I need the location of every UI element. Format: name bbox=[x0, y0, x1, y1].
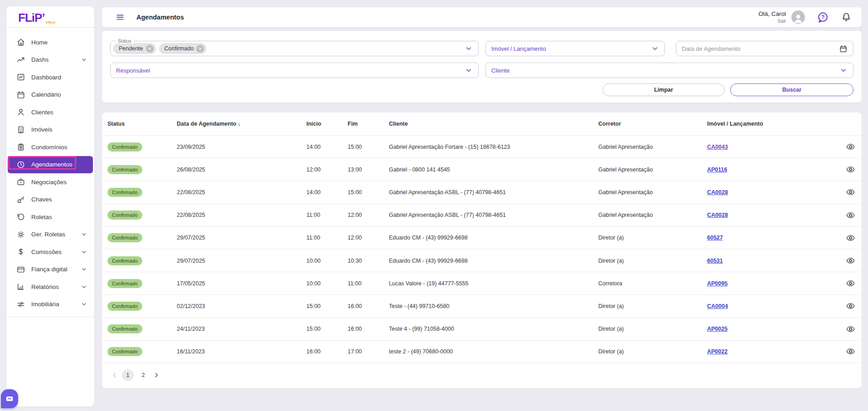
column-header-date[interactable]: Data de Agendamento↓ bbox=[171, 121, 301, 127]
eye-icon[interactable] bbox=[846, 256, 855, 265]
cell-client: Eduardo CM - (43) 99929-6698 bbox=[383, 258, 593, 264]
cliente-filter-select[interactable]: Cliente bbox=[485, 63, 853, 78]
remove-chip-icon[interactable]: ✕ bbox=[196, 45, 204, 53]
cell-start-time: 10:00 bbox=[301, 280, 342, 287]
logo-suffix: effect bbox=[46, 20, 55, 24]
property-link[interactable]: 60531 bbox=[707, 258, 723, 264]
status-chip-pendente[interactable]: Pendente ✕ bbox=[113, 43, 156, 54]
cell-start-time: 15:00 bbox=[301, 303, 342, 309]
sidebar-item-chaves[interactable]: Chaves bbox=[8, 191, 93, 209]
status-filter-select[interactable]: Status Pendente ✕ Confirmado ✕ bbox=[110, 41, 479, 56]
user-avatar[interactable] bbox=[791, 10, 805, 24]
property-link[interactable]: CA0028 bbox=[707, 189, 728, 196]
sidebar-item-agendamentos[interactable]: Agendamentos bbox=[8, 156, 93, 174]
property-link[interactable]: AP0022 bbox=[707, 348, 727, 355]
sidebar-item-dashboard[interactable]: Dashboard bbox=[8, 68, 93, 86]
sidebar-item-dashs[interactable]: Dashs bbox=[8, 51, 93, 69]
sidebar-item-condominios[interactable]: Condomínios bbox=[8, 138, 93, 156]
table-header-row: Status Data de Agendamento↓ Início Fim C… bbox=[102, 113, 862, 135]
eye-icon[interactable] bbox=[846, 142, 855, 152]
table-row: Confirmado 17/05/2025 10:00 11:00 Lucas … bbox=[102, 272, 862, 294]
property-link[interactable]: 60527 bbox=[707, 235, 723, 241]
cell-date: 24/11/2023 bbox=[171, 326, 301, 332]
page-button-2[interactable]: 2 bbox=[137, 369, 149, 381]
status-badge: Confirmado bbox=[107, 210, 142, 220]
imovel-filter-select[interactable]: Imóvel / Lançamento bbox=[485, 41, 665, 56]
eye-icon[interactable] bbox=[846, 187, 855, 197]
sidebar-item-imoveis[interactable]: Imóveis bbox=[8, 121, 93, 139]
remove-chip-icon[interactable]: ✕ bbox=[146, 45, 154, 53]
next-page-icon[interactable] bbox=[151, 370, 162, 381]
help-icon[interactable]: ? bbox=[817, 11, 829, 24]
sidebar-item-relatorios[interactable]: Relatórios bbox=[8, 278, 93, 296]
clear-button[interactable]: Limpar bbox=[602, 83, 725, 96]
eye-icon[interactable] bbox=[846, 165, 855, 174]
eye-icon[interactable] bbox=[846, 210, 855, 220]
previous-page-icon[interactable] bbox=[109, 370, 120, 381]
eye-icon[interactable] bbox=[846, 347, 855, 356]
cell-start-time: 14:00 bbox=[301, 189, 342, 196]
eye-icon[interactable] bbox=[846, 279, 855, 288]
cell-broker: Diretor (a) bbox=[593, 258, 702, 264]
status-chip-confirmado[interactable]: Confirmado ✕ bbox=[159, 43, 207, 54]
flip-logo: FLiP’effect bbox=[6, 6, 94, 24]
briefcase-icon bbox=[16, 177, 25, 186]
sidebar-item-calendario[interactable]: Calendário bbox=[8, 86, 93, 104]
property-link[interactable]: CA0004 bbox=[707, 303, 728, 309]
status-badge: Confirmado bbox=[107, 324, 142, 333]
main-content: Agendamentos Olá, Carol Sair ? Status Pe… bbox=[102, 7, 862, 388]
sidebar-item-roletas[interactable]: Roletas bbox=[8, 208, 93, 226]
calendar-icon[interactable] bbox=[839, 44, 848, 53]
sort-descending-icon[interactable]: ↓ bbox=[238, 121, 241, 127]
eye-icon[interactable] bbox=[846, 233, 855, 243]
property-link[interactable]: CA0043 bbox=[707, 144, 728, 150]
status-chip-list: Pendente ✕ Confirmado ✕ bbox=[113, 43, 209, 54]
trending-icon bbox=[16, 55, 25, 64]
property-link[interactable]: CA0028 bbox=[707, 212, 728, 218]
sidebar-item-label: Relatórios bbox=[31, 284, 81, 290]
sidebar-bottom-divider bbox=[6, 317, 94, 317]
cell-end-time: 15:00 bbox=[342, 189, 383, 196]
cell-start-time: 16:00 bbox=[301, 348, 342, 355]
column-header-end[interactable]: Fim bbox=[342, 121, 383, 127]
sidebar-item-negociacoes[interactable]: Negociações bbox=[8, 173, 93, 191]
property-link[interactable]: AP0095 bbox=[707, 280, 727, 287]
notification-bell-icon[interactable] bbox=[841, 12, 852, 23]
condo-icon bbox=[16, 142, 25, 152]
sidebar-item-comissoes[interactable]: Comissões bbox=[8, 243, 93, 261]
property-link[interactable]: AP0025 bbox=[707, 326, 727, 332]
responsavel-filter-select[interactable]: Responsável bbox=[110, 63, 479, 78]
search-button[interactable]: Buscar bbox=[730, 83, 853, 96]
barchart-icon bbox=[16, 282, 25, 291]
column-header-broker[interactable]: Corretor bbox=[593, 121, 702, 127]
eye-icon[interactable] bbox=[846, 301, 855, 311]
sidebar-item-clientes[interactable]: Clientes bbox=[8, 103, 93, 121]
sidebar-item-home[interactable]: Home bbox=[8, 34, 93, 51]
column-header-start[interactable]: Início bbox=[301, 121, 342, 127]
column-header-property[interactable]: Imóvel / Lançamento bbox=[702, 121, 815, 127]
sidebar-item-label: Imobiliária bbox=[31, 301, 81, 308]
logout-link[interactable]: Sair bbox=[758, 18, 786, 24]
chat-fab-button[interactable] bbox=[1, 389, 18, 408]
cell-start-time: 12:00 bbox=[301, 166, 342, 173]
chevron-down-icon bbox=[81, 266, 87, 273]
hamburger-menu-icon[interactable] bbox=[116, 13, 125, 22]
table-row: Confirmado 22/08/2025 11:00 12:00 Gabrie… bbox=[102, 204, 862, 226]
sidebar-item-fianca-digital[interactable]: Fiança digital bbox=[8, 261, 93, 279]
column-header-status[interactable]: Status bbox=[102, 121, 171, 127]
table-row: Confirmado 24/11/2023 15:00 16:00 Teste … bbox=[102, 318, 862, 340]
page-button-1[interactable]: 1 bbox=[122, 369, 134, 381]
sidebar-item-imobiliaria[interactable]: Imobiliária bbox=[8, 296, 93, 313]
property-link[interactable]: AP0116 bbox=[707, 166, 727, 173]
column-header-client[interactable]: Cliente bbox=[383, 121, 593, 127]
logo-dot: ’ bbox=[42, 11, 45, 24]
cliente-filter-placeholder: Cliente bbox=[491, 67, 509, 74]
cell-client: Eduardo CM - (43) 99929-6698 bbox=[383, 235, 593, 241]
table-row: Confirmado 22/08/2025 14:00 15:00 Gabrie… bbox=[102, 181, 862, 203]
eye-icon[interactable] bbox=[846, 324, 855, 334]
sidebar-item-ger-roletas[interactable]: Ger. Roletas bbox=[8, 226, 93, 244]
chevron-down-icon bbox=[81, 56, 87, 63]
table-row: Confirmado 29/07/2025 11:00 12:00 Eduard… bbox=[102, 226, 862, 249]
cell-date: 22/08/2025 bbox=[171, 189, 301, 196]
date-filter-input[interactable]: Data de Agendamento bbox=[676, 41, 853, 56]
